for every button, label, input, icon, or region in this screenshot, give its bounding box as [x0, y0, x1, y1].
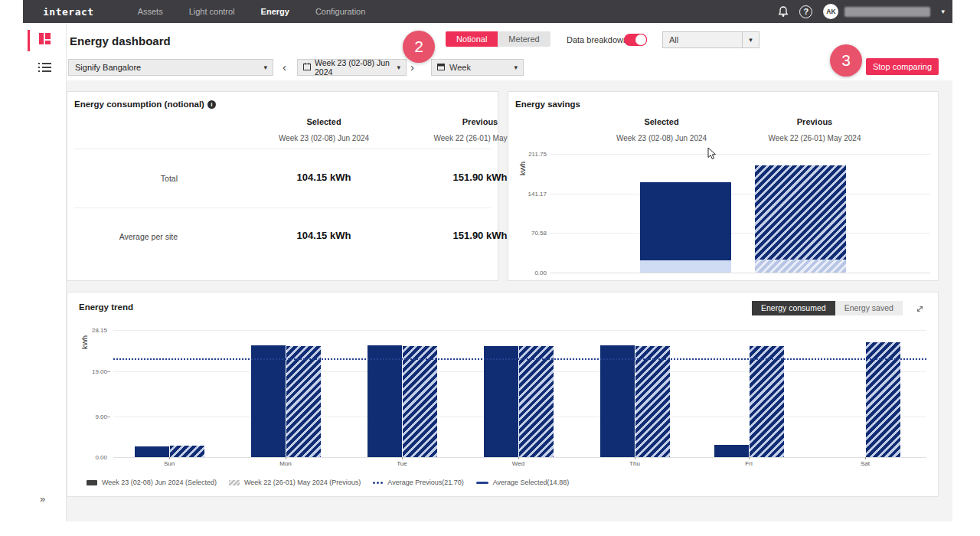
trend-bar-selected-tue	[368, 345, 402, 457]
energy-trend-card: Energy trend Energy consumed Energy save…	[67, 292, 939, 497]
help-icon[interactable]: ?	[799, 5, 812, 18]
y-tick-label: 28.15	[92, 327, 107, 334]
trend-metric-toggle: Energy consumed Energy saved	[752, 301, 903, 315]
savings-bar-previous	[755, 165, 846, 273]
y-tick-label: 141.17	[528, 191, 547, 198]
avatar[interactable]: AK	[823, 4, 838, 19]
energy-consumed-button[interactable]: Energy consumed	[752, 301, 835, 315]
toggle-knob	[635, 34, 646, 45]
notifications-bell-icon[interactable]	[778, 6, 789, 18]
x-axis-label-mon: Mon	[270, 460, 301, 467]
energy-consumption-card: Energy consumption (notional)i Selected …	[67, 91, 498, 281]
dashboard-icon[interactable]	[39, 33, 51, 44]
trend-y-ticks: 28.1519.009.000.00	[67, 330, 107, 457]
x-tick-mark	[286, 457, 286, 459]
granularity-select[interactable]: Week ▾	[431, 59, 524, 76]
scope-select-value: All	[663, 35, 742, 44]
report-list-icon[interactable]	[38, 63, 51, 72]
savings-col-selected: Selected	[585, 117, 738, 126]
metered-button[interactable]: Metered	[498, 31, 550, 47]
gridline	[550, 273, 930, 273]
navbar-right: ? AK ▾	[778, 0, 945, 23]
previous-week-chevron[interactable]: ‹	[283, 59, 286, 76]
energy-saved-button[interactable]: Energy saved	[835, 301, 903, 315]
x-tick-mark	[749, 457, 750, 459]
divider	[74, 208, 491, 208]
consumption-title-text: Energy consumption (notional)	[74, 100, 204, 109]
nav-item-light-control[interactable]: Light control	[176, 0, 248, 23]
week-caret-icon: ▾	[397, 64, 406, 71]
x-axis-label-sat: Sat	[850, 460, 880, 467]
x-tick-mark	[518, 457, 519, 459]
stop-comparing-button[interactable]: Stop comparing	[866, 58, 939, 75]
y-tick-label: 211.75	[528, 151, 547, 158]
trend-bar-selected-mon	[251, 345, 286, 457]
granularity-caret-icon: ▾	[514, 64, 523, 71]
week-picker[interactable]: Week 23 (02-08) Jun 2024 ▾	[297, 59, 407, 76]
nav-item-configuration[interactable]: Configuration	[302, 0, 378, 23]
trend-bar-previous-tue	[403, 346, 437, 457]
page-title: Energy dashboard	[70, 34, 171, 47]
x-tick-mark	[635, 457, 635, 459]
legend-label: Average Selected(14.88)	[493, 479, 569, 486]
annotation-circle-2: 2	[403, 31, 435, 63]
granularity-value: Week	[445, 63, 514, 72]
trend-bar-previous-fri	[750, 346, 784, 457]
scope-caret-icon: ▾	[742, 32, 759, 47]
main-area: Energy dashboard Notional Metered Data b…	[67, 23, 952, 521]
sidebar-collapse-chevrons[interactable]: »	[40, 493, 45, 505]
site-caret-icon: ▾	[263, 64, 273, 71]
legend-label: Week 22 (26-01) May 2024 (Previous)	[244, 479, 361, 486]
x-tick-mark	[402, 457, 403, 459]
x-axis-label-wed: Wed	[503, 460, 534, 467]
scope-select[interactable]: All ▾	[662, 31, 760, 48]
active-item-accent	[28, 30, 30, 51]
calendar-month-icon	[437, 63, 445, 72]
legend-swatch-dotted-line	[373, 482, 383, 484]
trend-bar-previous-mon	[286, 346, 321, 457]
x-axis-label-tue: Tue	[387, 460, 417, 467]
legend-swatch-solid-line	[476, 482, 488, 484]
y-tick-label: 19.00	[92, 368, 107, 375]
legend-item: Week 23 (02-08) Jun 2024 (Selected)	[87, 479, 217, 486]
user-menu-caret-icon[interactable]: ▾	[941, 8, 945, 15]
gridline	[113, 457, 926, 458]
interact-logo: interact	[43, 6, 94, 18]
trend-legend: Week 23 (02-08) Jun 2024 (Selected)Week …	[87, 479, 569, 486]
nav-item-assets[interactable]: Assets	[125, 0, 176, 23]
legend-item: Average Selected(14.88)	[476, 479, 569, 486]
trend-card-title: Energy trend	[79, 302, 133, 312]
expand-icon[interactable]	[916, 302, 924, 316]
savings-plot	[550, 154, 930, 273]
gridline	[550, 194, 930, 194]
gridline	[113, 330, 926, 331]
savings-card-title: Energy savings	[515, 100, 580, 109]
trend-bar-selected-wed	[484, 346, 518, 457]
total-selected-value: 104.15 kWh	[247, 172, 400, 183]
site-select[interactable]: Signify Bangalore ▾	[68, 59, 273, 76]
savings-sub-selected: Week 23 (02-08) Jun 2024	[577, 134, 746, 142]
y-tick-label: 9.00	[95, 413, 107, 420]
notional-metered-toggle: Notional Metered	[446, 31, 550, 47]
savings-sub-previous: Week 22 (26-01) May 2024	[730, 134, 899, 142]
divider	[74, 149, 491, 149]
notional-button[interactable]: Notional	[446, 31, 498, 47]
x-tick-mark	[865, 457, 866, 459]
average-previous-line	[113, 358, 926, 360]
nav-item-energy[interactable]: Energy	[248, 0, 302, 23]
trend-bar-selected-fri	[714, 445, 749, 457]
data-breakdown-toggle[interactable]	[624, 34, 647, 46]
app-window: interact AssetsLight controlEnergyConfig…	[23, 0, 952, 521]
user-name-redacted	[844, 7, 930, 17]
legend-label: Week 23 (02-08) Jun 2024 (Selected)	[102, 479, 217, 486]
x-tick-mark	[169, 457, 170, 459]
savings-base-segment-selected	[640, 260, 731, 273]
consumption-col-selected: Selected	[247, 117, 400, 126]
info-icon[interactable]: i	[207, 100, 216, 109]
average-selected-value: 104.15 kWh	[247, 230, 400, 241]
legend-item: Week 22 (26-01) May 2024 (Previous)	[229, 479, 361, 486]
legend-item: Average Previous(21.70)	[373, 479, 463, 486]
consumption-card-title: Energy consumption (notional)i	[74, 100, 216, 109]
trend-bar-previous-sun	[170, 446, 204, 457]
week-picker-value: Week 23 (02-08) Jun 2024	[311, 58, 397, 77]
